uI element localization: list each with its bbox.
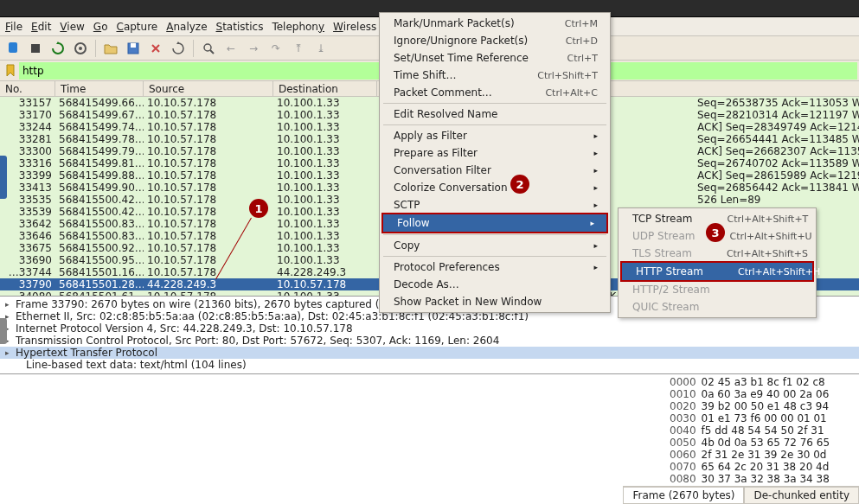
menu-item[interactable]: SCTP: [380, 196, 610, 214]
menu-item[interactable]: Time Shift…Ctrl+Shift+T: [380, 67, 610, 84]
packet-context-menu[interactable]: Mark/Unmark Packet(s)Ctrl+MIgnore/Unigno…: [379, 12, 611, 313]
menu-go[interactable]: Go: [93, 21, 108, 33]
menu-item[interactable]: Follow: [383, 214, 606, 232]
menu-item: TLS StreamCtrl+Alt+Shift+S: [619, 245, 816, 262]
open-file-icon[interactable]: [101, 39, 120, 58]
menu-analyze[interactable]: Analyze: [166, 21, 207, 33]
menu-item[interactable]: Copy: [380, 237, 610, 254]
jump-icon[interactable]: ↷: [266, 39, 285, 58]
reload-icon[interactable]: [169, 39, 188, 58]
menu-item[interactable]: Conversation Filter: [380, 162, 610, 179]
options-icon[interactable]: [71, 39, 90, 58]
col-time[interactable]: Time: [55, 81, 144, 96]
go-first-icon[interactable]: ⤒: [289, 39, 308, 58]
hex-row[interactable]: 002039 b2 00 50 e1 48 c3 94: [670, 400, 856, 412]
tab-frame[interactable]: Frame (2670 bytes): [623, 487, 744, 504]
menu-item[interactable]: Ignore/Unignore Packet(s)Ctrl+D: [380, 32, 610, 49]
menu-item[interactable]: Colorize Conversation: [380, 179, 610, 196]
menu-item: HTTP/2 Stream: [619, 281, 816, 298]
find-icon[interactable]: [199, 39, 218, 58]
save-file-icon[interactable]: [124, 39, 143, 58]
forward-icon[interactable]: →: [244, 39, 263, 58]
col-no[interactable]: No.: [0, 81, 55, 96]
menu-item[interactable]: Apply as Filter: [380, 127, 610, 144]
svg-line-6: [210, 50, 214, 54]
svg-rect-0: [31, 44, 40, 53]
menu-item[interactable]: Decode As…: [380, 276, 610, 293]
hex-row[interactable]: 003001 e1 73 f6 00 00 01 01: [670, 412, 856, 424]
restart-capture-icon[interactable]: [48, 39, 67, 58]
menu-statistics[interactable]: Statistics: [216, 21, 264, 33]
col-destination[interactable]: Destination: [273, 81, 377, 96]
annotation-marker-3: 3: [706, 223, 725, 242]
bottom-tabs: Frame (2670 bytes) De-chunked entity: [623, 486, 859, 504]
menu-item[interactable]: Protocol Preferences: [380, 258, 610, 276]
annotation-marker-1: 1: [249, 199, 268, 218]
side-handle-2[interactable]: [0, 318, 7, 344]
svg-rect-4: [131, 43, 136, 48]
menu-file[interactable]: File: [5, 21, 22, 33]
annotation-marker-2: 2: [510, 175, 529, 194]
menu-item: QUIC Stream: [619, 298, 816, 316]
side-handle[interactable]: [0, 156, 7, 199]
menu-wireless[interactable]: Wireless: [333, 21, 376, 33]
menu-item[interactable]: Edit Resolved Name: [380, 105, 610, 123]
menu-item[interactable]: Prepare as Filter: [380, 144, 610, 162]
tab-dechunked[interactable]: De-chunked entity: [744, 487, 859, 504]
detail-row[interactable]: Transmission Control Protocol, Src Port:…: [0, 335, 859, 347]
bottom-panes: 000002 45 a3 b1 8c f1 02 c800100a 60 3a …: [0, 373, 859, 504]
detail-row[interactable]: Line-based text data: text/html (104 lin…: [0, 359, 859, 371]
menu-telephony[interactable]: Telephony: [272, 21, 324, 33]
detail-row[interactable]: Internet Protocol Version 4, Src: 44.228…: [0, 322, 859, 335]
menu-view[interactable]: View: [60, 21, 84, 33]
stop-capture-icon[interactable]: [26, 39, 45, 58]
svg-point-2: [79, 47, 82, 50]
detail-row[interactable]: Hypertext Transfer Protocol: [0, 347, 859, 359]
hex-row[interactable]: 0040f5 dd 48 54 54 50 2f 31: [670, 424, 856, 437]
hex-row[interactable]: 008030 37 3a 32 38 3a 34 38: [670, 473, 856, 485]
go-last-icon[interactable]: ⤓: [311, 39, 330, 58]
menu-item[interactable]: Show Packet in New Window: [380, 293, 610, 310]
close-file-icon[interactable]: [146, 39, 165, 58]
hex-row[interactable]: 000002 45 a3 b1 8c f1 02 c8: [670, 376, 856, 388]
hex-row[interactable]: 00100a 60 3a e9 40 00 2a 06: [670, 388, 856, 400]
hex-row[interactable]: 00602f 31 2e 31 39 2e 30 0d: [670, 449, 856, 461]
start-capture-icon[interactable]: [3, 39, 22, 58]
menu-capture[interactable]: Capture: [116, 21, 157, 33]
menu-edit[interactable]: Edit: [31, 21, 51, 33]
hex-row[interactable]: 00504b 0d 0a 53 65 72 76 65: [670, 437, 856, 449]
menu-item[interactable]: Packet Comment…Ctrl+Alt+C: [380, 84, 610, 101]
menu-item[interactable]: Mark/Unmark Packet(s)Ctrl+M: [380, 15, 610, 32]
menu-item[interactable]: Set/Unset Time ReferenceCtrl+T: [380, 49, 610, 67]
back-icon[interactable]: ←: [221, 39, 240, 58]
menu-item[interactable]: HTTP StreamCtrl+Alt+Shift+H: [622, 263, 812, 280]
svg-point-5: [204, 44, 211, 51]
bookmark-icon[interactable]: [2, 62, 19, 80]
col-source[interactable]: Source: [144, 81, 273, 96]
hex-view[interactable]: 000002 45 a3 b1 8c f1 02 c800100a 60 3a …: [666, 374, 859, 504]
hex-row[interactable]: 007065 64 2c 20 31 38 20 4d: [670, 461, 856, 473]
